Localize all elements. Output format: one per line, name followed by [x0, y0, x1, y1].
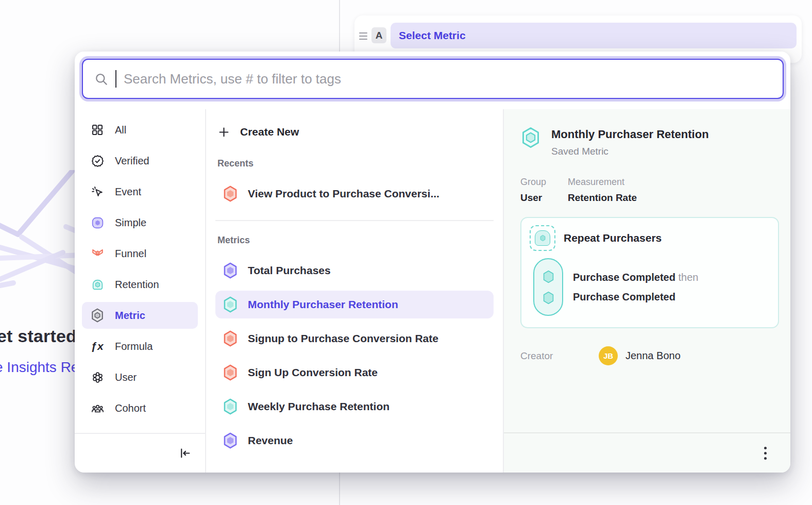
retention-metric-icon: [520, 127, 541, 148]
sidebar-item-label: Funnel: [115, 248, 146, 260]
funnel-hexagon-icon: [90, 247, 105, 260]
verified-badge-icon: [90, 155, 105, 167]
sidebar-item-metric[interactable]: Metric: [82, 302, 198, 329]
background-link-fragment: e Insights Re: [0, 359, 79, 376]
definition-step-1: Purchase Completed then: [573, 272, 698, 283]
sidebar-item-label: Cohort: [115, 402, 146, 414]
preview-title: Monthly Purchaser Retention: [551, 127, 709, 141]
metric-picker-modal: All Verified Event Simple: [75, 52, 790, 473]
group-value: User: [520, 192, 554, 204]
funnel-metric-icon: [223, 186, 238, 202]
metric-list-panel: Create New Recents View Product to Purch…: [206, 109, 504, 473]
create-new-label: Create New: [240, 126, 299, 138]
fx-icon: ƒx: [90, 340, 105, 352]
filter-sidebar: All Verified Event Simple: [75, 109, 206, 473]
sidebar-item-label: All: [115, 124, 126, 136]
grid-icon: [90, 124, 105, 136]
metric-item-label: Total Purchases: [248, 264, 331, 277]
metric-list-item-selected[interactable]: Monthly Purchaser Retention: [215, 291, 494, 318]
user-cluster-icon: [90, 371, 105, 384]
metrics-header: Metrics: [217, 235, 492, 246]
sidebar-item-simple[interactable]: Simple: [82, 209, 198, 236]
retention-steps-pill: [533, 258, 563, 316]
recent-item[interactable]: View Product to Purchase Conversi...: [215, 180, 494, 208]
metric-preview-panel: Monthly Purchaser Retention Saved Metric…: [504, 109, 790, 473]
step-connector: then: [679, 272, 699, 283]
group-label: Group: [520, 177, 554, 188]
sidebar-item-cohort[interactable]: Cohort: [82, 395, 198, 422]
sidebar-item-event[interactable]: Event: [82, 178, 198, 205]
cohort-people-icon: [90, 402, 105, 415]
text-caret: [115, 70, 116, 88]
preview-meta: Group User Measurement Retention Rate: [512, 177, 779, 204]
metric-list-item[interactable]: Signup to Purchase Conversion Rate: [215, 325, 494, 352]
step-hexagon-icon: [542, 270, 555, 284]
metric-item-label: Monthly Purchaser Retention: [248, 298, 398, 311]
measurement-label: Measurement: [568, 177, 637, 188]
metric-item-label: Revenue: [248, 434, 293, 447]
recent-item-label: View Product to Purchase Conversi...: [248, 188, 439, 200]
definition-step-2: Purchase Completed: [573, 291, 698, 303]
metric-item-label: Signup to Purchase Conversion Rate: [248, 332, 438, 345]
preview-header: Monthly Purchaser Retention Saved Metric: [512, 127, 779, 157]
retention-definition-icon: [530, 225, 555, 251]
creator-label: Creator: [520, 350, 599, 362]
definition-card: Repeat Purchasers Purchase Completed the…: [520, 217, 779, 328]
sidebar-item-label: Verified: [115, 155, 149, 167]
metric-item-label: Weekly Purchase Retention: [248, 400, 390, 413]
create-new-button[interactable]: Create New: [215, 120, 494, 144]
drag-handle-icon[interactable]: [359, 32, 367, 40]
metric-list-item[interactable]: Total Purchases: [215, 257, 494, 284]
block-letter-badge[interactable]: A: [371, 27, 386, 43]
retention-metric-icon: [223, 296, 238, 313]
sidebar-footer: [75, 433, 205, 473]
preview-footer: [504, 432, 790, 473]
retention-metric-icon: [223, 398, 238, 415]
plus-icon: [217, 126, 230, 139]
sidebar-item-label: Event: [115, 186, 141, 198]
retention-arch-icon: [90, 278, 105, 291]
measurement-value: Retention Rate: [568, 192, 637, 204]
sidebar-item-label: Simple: [115, 217, 146, 229]
search-input[interactable]: [124, 71, 771, 87]
funnel-metric-icon: [223, 330, 238, 347]
background-heading-fragment: et started.: [0, 326, 82, 346]
sidebar-item-verified[interactable]: Verified: [82, 147, 198, 174]
creator-row: Creator JB Jenna Bono: [512, 346, 779, 365]
simple-metric-icon: [223, 432, 238, 449]
metric-item-label: Sign Up Conversion Rate: [248, 366, 378, 379]
definition-title: Repeat Purchasers: [564, 232, 662, 244]
search-icon: [94, 72, 108, 86]
metric-list-item[interactable]: Sign Up Conversion Rate: [215, 359, 494, 386]
select-metric-button[interactable]: Select Metric: [391, 23, 797, 48]
search-bar[interactable]: [82, 59, 784, 99]
sidebar-item-retention[interactable]: Retention: [82, 271, 198, 298]
simple-metric-icon: [223, 262, 238, 279]
step-hexagon-icon: [542, 291, 555, 305]
collapse-sidebar-button[interactable]: [178, 446, 192, 460]
cursor-event-icon: [90, 186, 105, 198]
sidebar-item-funnel[interactable]: Funnel: [82, 240, 198, 267]
metric-hexagon-icon: [90, 308, 105, 323]
sidebar-item-label: Retention: [115, 279, 159, 291]
metric-list-item[interactable]: Weekly Purchase Retention: [215, 393, 494, 420]
sidebar-item-label: Metric: [115, 310, 145, 322]
more-options-button[interactable]: [761, 444, 770, 463]
sidebar-item-user[interactable]: User: [82, 364, 198, 391]
simple-hexagon-icon: [90, 216, 105, 229]
creator-avatar: JB: [599, 346, 618, 365]
metric-list-item[interactable]: Revenue: [215, 427, 494, 454]
recents-header: Recents: [217, 158, 492, 169]
sidebar-item-label: Formula: [115, 341, 153, 352]
preview-subtitle: Saved Metric: [551, 146, 709, 157]
funnel-metric-icon: [223, 364, 238, 381]
sidebar-item-formula[interactable]: ƒx Formula: [82, 333, 198, 360]
creator-name: Jenna Bono: [625, 350, 681, 362]
list-divider: [215, 220, 494, 221]
sidebar-item-all[interactable]: All: [82, 116, 198, 143]
collapse-icon: [178, 446, 192, 460]
sidebar-item-label: User: [115, 372, 137, 383]
